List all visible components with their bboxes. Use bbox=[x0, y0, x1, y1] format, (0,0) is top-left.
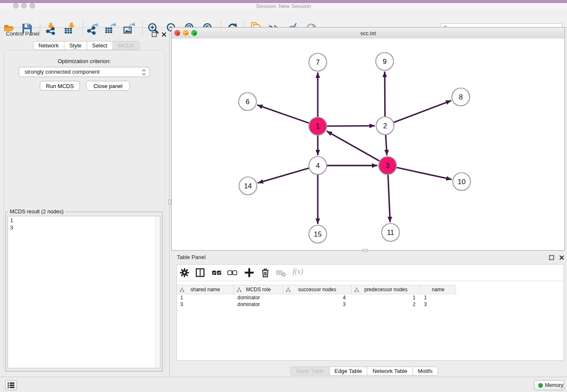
tab-select[interactable]: Select bbox=[87, 41, 113, 50]
float-panel-icon[interactable] bbox=[549, 255, 554, 260]
select-stepper-icon bbox=[142, 69, 146, 76]
graph-node-label-8: 8 bbox=[459, 93, 462, 101]
graph-node-label-6: 6 bbox=[245, 98, 249, 105]
graph-edge-1-2[interactable] bbox=[327, 126, 375, 126]
tab-edge-table[interactable]: Edge Table bbox=[329, 367, 368, 375]
cell-name: 3 bbox=[421, 301, 456, 308]
graph-edge-1-6[interactable] bbox=[257, 105, 309, 123]
graph-edge-2-8[interactable] bbox=[394, 101, 451, 123]
network-graph[interactable]: 1234678910111415 bbox=[172, 39, 564, 250]
tab-node-table[interactable]: Node Table bbox=[291, 367, 330, 375]
run-mcds-button[interactable]: Run MCDS bbox=[40, 81, 80, 91]
graph-node-label-15: 15 bbox=[314, 230, 322, 238]
column-header-name[interactable]: name bbox=[421, 285, 456, 294]
graph-edge-2-3[interactable] bbox=[385, 135, 387, 155]
column-header-successor-nodes[interactable]: successor nodes bbox=[283, 285, 352, 294]
cell-predecessor-nodes: 2 bbox=[352, 301, 421, 308]
tab-style[interactable]: Style bbox=[64, 41, 87, 50]
import-table-icon[interactable] bbox=[63, 22, 76, 35]
result-scrollbar[interactable] bbox=[155, 216, 160, 368]
delete-columns-icon[interactable] bbox=[260, 267, 271, 278]
graph-node-label-2: 2 bbox=[383, 122, 387, 130]
sort-icon bbox=[179, 287, 184, 293]
graph-node-label-7: 7 bbox=[316, 58, 319, 66]
toolbar-separator bbox=[83, 21, 83, 36]
split-panel-icon[interactable] bbox=[195, 267, 206, 278]
table-toolbar: f(x) bbox=[177, 265, 564, 281]
close-panel-icon[interactable] bbox=[161, 32, 167, 37]
close-panel-icon[interactable] bbox=[559, 255, 564, 260]
sort-icon bbox=[237, 287, 242, 293]
graph-edge-3-10[interactable] bbox=[396, 168, 451, 179]
toolbar-separator bbox=[40, 21, 40, 36]
column-header-shared-name[interactable]: shared name bbox=[177, 285, 234, 294]
sort-icon bbox=[354, 287, 359, 293]
cell-mcds-role: dominator bbox=[234, 295, 283, 301]
memory-button[interactable]: Memory bbox=[534, 380, 564, 390]
mcds-result-textarea[interactable]: 1 3 bbox=[8, 216, 160, 368]
add-column-icon[interactable] bbox=[244, 267, 255, 278]
graph-edge-2-9[interactable] bbox=[385, 72, 385, 116]
control-panel-title: Control Panel bbox=[6, 30, 39, 37]
column-header-predecessor-nodes[interactable]: predecessor nodes bbox=[352, 285, 421, 294]
delete-table-icon bbox=[275, 267, 286, 278]
divider-grip[interactable] bbox=[168, 199, 171, 205]
cell-shared-name: 3 bbox=[177, 301, 234, 308]
network-window-titlebar[interactable]: scc.txt bbox=[172, 28, 564, 39]
table-settings-icon[interactable] bbox=[179, 267, 190, 278]
graph-node-label-1: 1 bbox=[316, 122, 319, 130]
control-panel-tabs: Network Style Select MCDS bbox=[33, 41, 140, 50]
cell-predecessor-nodes: 1 bbox=[352, 295, 421, 301]
graph-node-label-9: 9 bbox=[383, 58, 386, 65]
export-network-icon[interactable] bbox=[86, 22, 99, 35]
graph-node-label-4: 4 bbox=[316, 162, 319, 169]
graph-edge-3-1[interactable] bbox=[327, 131, 380, 161]
export-table-icon[interactable] bbox=[104, 22, 117, 35]
cell-successor-nodes: 3 bbox=[283, 301, 352, 308]
graph-edge-3-11[interactable] bbox=[388, 175, 390, 222]
tab-network[interactable]: Network bbox=[33, 41, 64, 50]
mcds-result-group: MCDS result (2 nodes) 1 3 bbox=[6, 212, 162, 371]
export-image-icon[interactable] bbox=[123, 22, 135, 35]
memory-label: Memory bbox=[545, 382, 563, 388]
network-view-title: scc.txt bbox=[172, 30, 564, 36]
sort-icon bbox=[286, 287, 291, 293]
divider-grip[interactable] bbox=[362, 249, 368, 252]
cell-mcds-role: dominator bbox=[234, 301, 283, 308]
column-header-mcds-role[interactable]: MCDS role bbox=[234, 285, 283, 294]
table-panel-window-icons bbox=[549, 254, 564, 262]
graph-node-label-11: 11 bbox=[387, 229, 394, 236]
function-builder-icon: f(x) bbox=[293, 267, 303, 276]
import-network-icon[interactable] bbox=[44, 22, 57, 35]
float-panel-icon[interactable] bbox=[151, 32, 157, 37]
memory-status-dot bbox=[538, 383, 543, 388]
graph-node-label-10: 10 bbox=[458, 178, 465, 185]
tab-mcds[interactable]: MCDS bbox=[113, 41, 140, 50]
close-panel-button[interactable]: Close panel bbox=[86, 81, 130, 91]
status-bar: Memory bbox=[0, 377, 567, 392]
cell-shared-name: 1 bbox=[177, 295, 234, 301]
mcds-result-title: MCDS result (2 nodes) bbox=[8, 209, 65, 215]
graph-edge-4-14[interactable] bbox=[258, 168, 309, 183]
table-panel-title: Table Panel bbox=[177, 254, 206, 260]
node-table: f(x) shared name MCDS role successor nod… bbox=[176, 264, 564, 361]
result-line: 1 bbox=[10, 217, 158, 224]
tab-motifs[interactable]: Motifs bbox=[413, 367, 438, 375]
tab-network-table[interactable]: Network Table bbox=[367, 367, 413, 375]
optimization-criterion-label: Optimization criterion: bbox=[0, 58, 168, 64]
select-all-checkboxes-icon[interactable] bbox=[211, 267, 222, 278]
toolbar-separator bbox=[142, 21, 143, 36]
network-view-window: scc.txt 1234678910111415 bbox=[171, 27, 565, 251]
optimization-criterion-select[interactable]: strongly connected component bbox=[19, 67, 150, 77]
cell-successor-nodes: 4 bbox=[283, 295, 352, 301]
graph-node-label-14: 14 bbox=[244, 182, 252, 190]
network-canvas[interactable]: 1234678910111415 bbox=[172, 39, 564, 250]
deselect-all-checkboxes-icon[interactable] bbox=[227, 267, 238, 278]
result-line: 3 bbox=[10, 224, 158, 232]
table-header-row: shared name MCDS role successor nodes pr… bbox=[177, 285, 456, 294]
task-history-button[interactable] bbox=[5, 380, 17, 390]
list-icon bbox=[7, 382, 15, 389]
selected-option: strongly connected component bbox=[25, 69, 99, 75]
main-toolbar bbox=[0, 10, 567, 28]
control-panel-window-icons bbox=[151, 31, 167, 39]
